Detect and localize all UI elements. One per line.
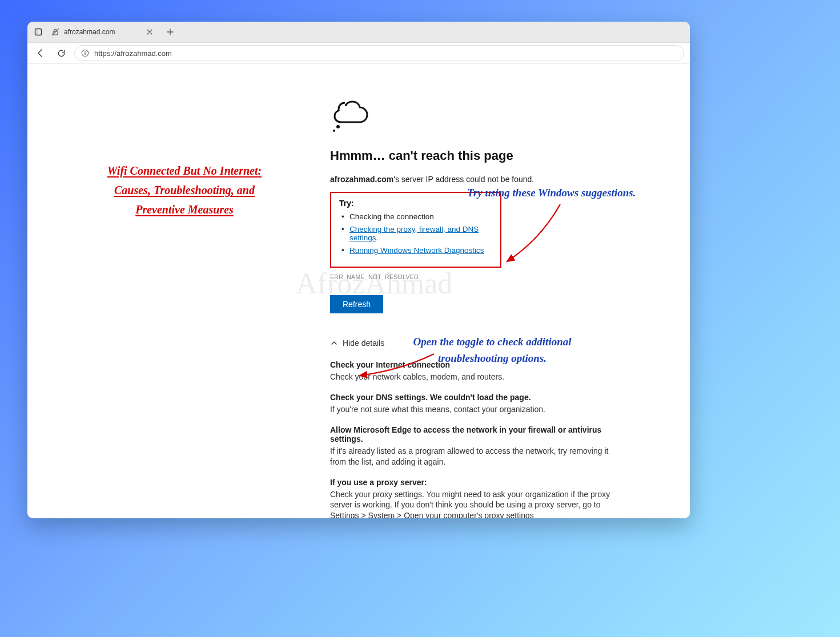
close-tab-icon[interactable]	[145, 27, 154, 37]
tab-strip: afrozahmad.com	[27, 22, 690, 42]
try-label: Try:	[339, 199, 492, 208]
svg-point-7	[336, 125, 340, 128]
tab-actions-icon[interactable]	[33, 27, 43, 37]
detail-heading-proxy: If you use a proxy server:	[330, 478, 621, 487]
browser-window: afrozahmad.com https://afrozahmad.com Af…	[27, 22, 690, 518]
details-section: Check your Internet connection Check you…	[330, 360, 621, 518]
error-code: ERR_NAME_NOT_RESOLVED	[330, 273, 627, 280]
error-domain: afrozahmad.com	[330, 175, 393, 184]
detail-body-proxy: Check your proxy settings. You might nee…	[330, 489, 621, 518]
refresh-button[interactable]: Refresh	[330, 295, 383, 313]
back-button[interactable]	[33, 46, 48, 61]
page-content: AfrozAhmad Hmmm… can't reach this page a…	[27, 64, 690, 518]
refresh-nav-button[interactable]	[54, 46, 69, 61]
address-bar: https://afrozahmad.com	[27, 42, 690, 64]
url-input[interactable]: https://afrozahmad.com	[74, 45, 684, 61]
svg-rect-6	[85, 53, 86, 55]
try-suggestions-box: Try: Checking the connection Checking th…	[330, 192, 501, 268]
hide-details-toggle[interactable]: Hide details	[330, 338, 627, 348]
try-item-connection: Checking the connection	[339, 212, 492, 221]
try-link-proxy-dns[interactable]: Checking the proxy, firewall, and DNS se…	[349, 225, 479, 242]
lock-error-icon	[51, 28, 59, 36]
svg-rect-1	[35, 29, 38, 35]
detail-heading-connection: Check your Internet connection	[330, 360, 621, 369]
svg-point-8	[333, 130, 335, 132]
try-link-diagnostics[interactable]: Running Windows Network Diagnostics	[349, 246, 484, 255]
url-text: https://afrozahmad.com	[94, 49, 172, 58]
error-subtext: afrozahmad.com's server IP address could…	[330, 175, 627, 184]
tab-title: afrozahmad.com	[64, 28, 115, 36]
svg-point-5	[85, 51, 86, 53]
detail-heading-dns: Check your DNS settings. We couldn't loa…	[330, 393, 621, 402]
error-subtext-suffix: 's server IP address could not be found.	[393, 175, 534, 184]
detail-body-dns: If you're not sure what this means, cont…	[330, 404, 621, 415]
error-heading: Hmmm… can't reach this page	[330, 148, 627, 163]
detail-body-firewall: If it's already listed as a program allo…	[330, 446, 621, 467]
thought-cloud-icon	[330, 98, 627, 135]
chevron-up-icon	[330, 339, 338, 347]
site-info-icon[interactable]	[81, 49, 90, 58]
hide-details-label: Hide details	[343, 338, 384, 348]
detail-heading-firewall: Allow Microsoft Edge to access the netwo…	[330, 425, 621, 444]
detail-body-connection: Check your network cables, modem, and ro…	[330, 372, 621, 382]
new-tab-button[interactable]	[162, 24, 178, 40]
browser-tab[interactable]: afrozahmad.com	[46, 23, 160, 41]
annotation-title: Wifi Connected But No Internet: Causes, …	[85, 161, 284, 219]
